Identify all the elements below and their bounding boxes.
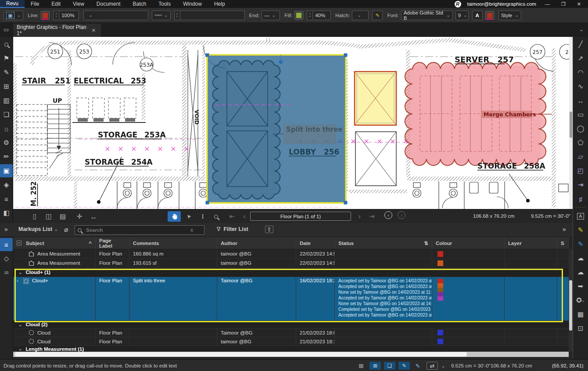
3d-model-tree-panel-icon[interactable]: ◇	[0, 252, 13, 265]
font-color-swatch[interactable]	[485, 11, 494, 20]
properties-panel-icon[interactable]: ⚙	[0, 136, 13, 149]
flags-panel-icon[interactable]: ⚑	[0, 52, 13, 65]
line-style-dropdown[interactable]	[83, 11, 148, 20]
column-header-status[interactable]: Status⇅	[335, 237, 432, 249]
column-header-page-label[interactable]: Page Label	[96, 237, 129, 249]
menu-file[interactable]: File	[25, 0, 45, 8]
column-header-comments[interactable]: Comments	[129, 237, 217, 249]
tool-chest-panel-icon[interactable]: ▣	[0, 164, 13, 177]
colour-swatch[interactable]	[437, 260, 443, 266]
column-header-author[interactable]: Author	[217, 237, 296, 249]
menu-document[interactable]: Document	[90, 0, 127, 8]
highlight-mode-icon[interactable]: ✎	[372, 11, 383, 20]
table-row[interactable]: CloudFloor Plantaimoor @BG21/02/2023 18:…	[13, 337, 569, 346]
table-row[interactable]: ›Cloud+Floor PlanSplit into threeTaimoor…	[13, 277, 569, 321]
account-email[interactable]: taimoor@brightergraphics.com	[467, 1, 536, 7]
next-view-icon[interactable]: ›	[398, 211, 405, 219]
spacing-value[interactable]	[180, 11, 245, 20]
signature-panel-icon[interactable]: ✎	[0, 66, 13, 79]
arc-tool-icon[interactable]: ◠	[573, 66, 588, 79]
column-header-layer[interactable]: Layer	[505, 237, 557, 249]
highlighter-tool-icon[interactable]: ✎	[573, 223, 588, 237]
panel-title[interactable]: Markups List ⌄	[18, 226, 58, 232]
select-all-checkbox[interactable]: −	[17, 241, 22, 245]
markup-summary-icon[interactable]: ✏	[0, 150, 13, 163]
cloud-tool-icon[interactable]: ☁	[573, 266, 588, 279]
colour-swatch[interactable]	[437, 330, 443, 335]
tab-close-icon[interactable]: ✕	[90, 27, 97, 34]
bookmarks-panel-icon[interactable]: ❏	[0, 108, 13, 121]
line-end-dropdown[interactable]: —	[262, 11, 280, 20]
fit-page-icon[interactable]: ✛	[74, 211, 85, 222]
status-filter-icon[interactable]: ⇅	[424, 240, 428, 246]
font-dropdown[interactable]: Adobe Gothic Std B	[401, 11, 453, 20]
column-header-s[interactable]: S	[557, 237, 569, 249]
line-color-swatch[interactable]	[41, 11, 50, 20]
tab-overflow-chevron-icon[interactable]: ⌄	[579, 26, 584, 32]
image-tool-icon[interactable]: ▦	[573, 308, 588, 321]
fill-opacity-value[interactable]: 40%	[312, 11, 331, 20]
stamp-roller-icon[interactable]: ≡	[0, 192, 13, 205]
group-row[interactable]: ⌄Cloud (2)	[13, 321, 569, 328]
pen-sync-icon[interactable]: ✎	[413, 362, 423, 370]
multi-page-view-icon[interactable]: ▤	[57, 211, 68, 222]
font-size-dropdown[interactable]: 9	[455, 11, 469, 20]
count-tool-icon[interactable]: ♯	[573, 192, 588, 205]
minimize-button[interactable]: —	[542, 1, 552, 7]
table-row[interactable]: CloudFloor PlanTaimoor @BG21/02/2023 18:…	[13, 328, 569, 337]
canvas-vertical-scrollbar[interactable]	[569, 37, 573, 209]
last-page-icon[interactable]: ⇥	[367, 211, 376, 222]
document-tab[interactable]: Brighter Graphics - Floor Plan 1* ✕	[13, 24, 101, 37]
markups-list-panel-icon[interactable]: ≡	[0, 238, 13, 251]
arrow-tool-icon[interactable]: ↗	[573, 52, 588, 65]
menu-help[interactable]: Help	[208, 0, 231, 8]
close-button[interactable]: ✕	[574, 1, 584, 7]
style-dropdown[interactable]: Style	[498, 11, 521, 20]
menu-edit[interactable]: Edit	[45, 0, 67, 8]
menu-revu[interactable]: Revu	[0, 0, 25, 8]
colour-swatch[interactable]	[437, 339, 443, 344]
previous-page-icon[interactable]: ‹	[240, 211, 249, 222]
snap-to-grid-icon[interactable]: ⊞	[369, 362, 381, 370]
thumbnails-panel-icon[interactable]: ⊞	[0, 80, 13, 93]
rectangle-tool-icon[interactable]: ▭	[573, 108, 588, 121]
spaces-panel-icon[interactable]: ⌂	[0, 122, 13, 135]
javascript-panel-icon[interactable]: JS	[0, 266, 13, 279]
collapse-chevron-icon[interactable]: ⌄	[18, 346, 22, 351]
pen-tool-icon[interactable]: ✎	[573, 238, 588, 251]
menu-batch[interactable]: Batch	[127, 0, 153, 8]
zoom-tool-icon[interactable]	[211, 211, 221, 222]
sync-dropdown-chevron-icon[interactable]: ⌄	[440, 362, 446, 370]
group-row[interactable]: ⌄Cloud+ (1)	[13, 268, 569, 277]
colour-swatch[interactable]	[437, 251, 443, 257]
snap-to-document-icon[interactable]: ❏	[384, 362, 395, 370]
search-input[interactable]	[85, 227, 190, 233]
collapse-chevron-icon[interactable]: ⌄	[18, 322, 22, 327]
hide-markups-icon[interactable]: ⌀	[64, 226, 68, 234]
split-view-icon[interactable]: ◫	[43, 211, 54, 222]
snapshot-tool-icon[interactable]: ⊡	[573, 322, 588, 335]
column-header-colour[interactable]: Colour	[432, 237, 505, 249]
drawing-canvas[interactable]: 251253253A2572STAIR 251ELECTRICAL 253UPS…	[13, 37, 569, 209]
expand-panel-icon[interactable]: »	[563, 226, 566, 233]
dimension-tool-icon[interactable]: ↔	[573, 94, 588, 107]
page-indicator-field[interactable]: Floor Plan (1 of 1)	[250, 212, 351, 221]
table-vertical-scrollbar[interactable]	[569, 249, 573, 352]
maximize-button[interactable]: ❐	[559, 1, 568, 7]
filter-list-button[interactable]: ∇Filter List	[217, 226, 248, 232]
next-page-icon[interactable]: ›	[355, 211, 364, 222]
layers-panel-icon[interactable]: ◈	[0, 178, 13, 191]
collapse-panel-icon[interactable]: »	[4, 226, 8, 233]
callout-tool-icon[interactable]: ➥	[573, 280, 588, 293]
hatch-dropdown[interactable]	[352, 11, 369, 20]
expand-row-chevron-icon[interactable]: ›	[17, 278, 23, 283]
previous-view-icon[interactable]: ‹	[384, 211, 392, 219]
column-header-subject[interactable]: −Subject^	[13, 237, 96, 249]
text-select-tool-icon[interactable]: I	[197, 211, 208, 222]
pan-hand-tool[interactable]	[168, 211, 181, 222]
area-cutout-tool-icon[interactable]: ◰	[573, 164, 588, 177]
single-page-view-icon[interactable]: ▯	[29, 211, 40, 222]
stamp-tool-icon[interactable]: ✪⌄	[573, 294, 588, 307]
file-access-panel-icon[interactable]: ▥	[0, 94, 13, 107]
area-measurement-tool-icon[interactable]: ▱	[573, 150, 588, 163]
